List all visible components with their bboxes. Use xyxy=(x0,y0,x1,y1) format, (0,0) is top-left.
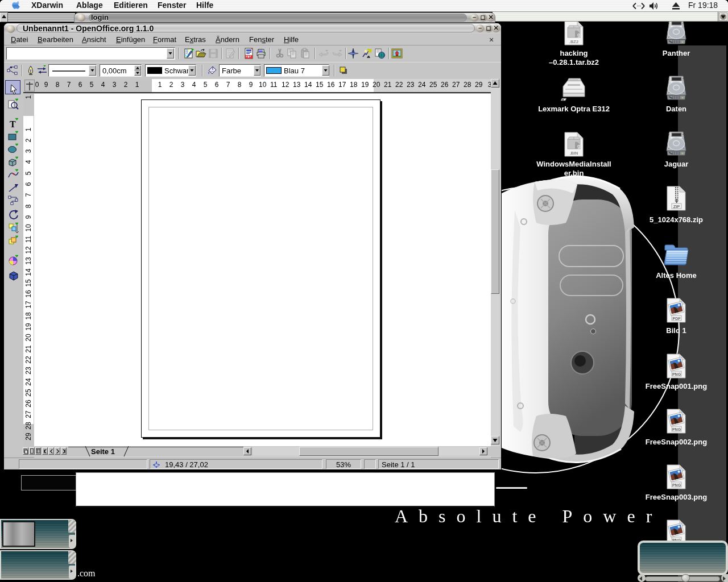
svg-text:PNG: PNG xyxy=(672,427,681,431)
svg-text:.BZ2: .BZ2 xyxy=(569,39,578,44)
svg-text:PNG: PNG xyxy=(672,483,681,487)
svg-text:g: g xyxy=(577,143,581,149)
svg-text:T: T xyxy=(10,119,16,129)
svg-text:.BIN: .BIN xyxy=(570,151,578,156)
svg-text:PDF: PDF xyxy=(673,317,681,321)
svg-text:ZIP: ZIP xyxy=(673,204,680,209)
svg-text:g: g xyxy=(577,32,581,38)
svg-text:PNG: PNG xyxy=(672,372,681,376)
